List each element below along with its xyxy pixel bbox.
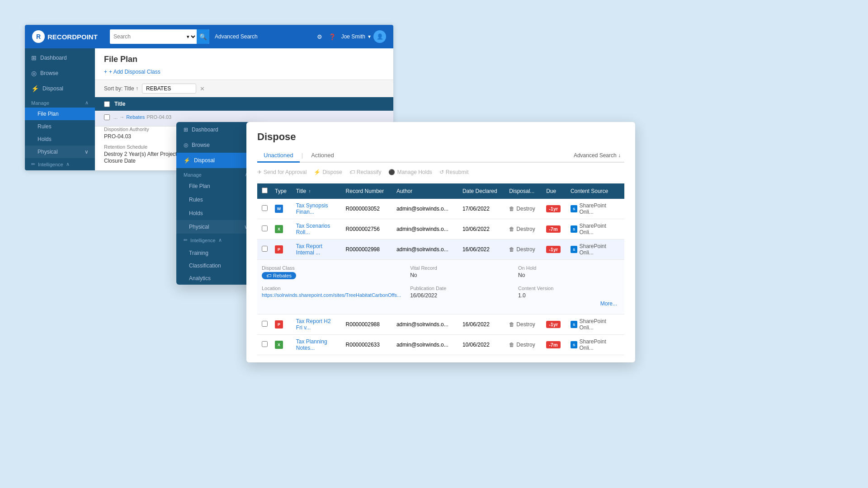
row-disposal-4: 🗑 Destroy xyxy=(509,321,539,328)
sidebar-item-physical[interactable]: Physical ∨ xyxy=(25,145,95,158)
row-date-2: 10/06/2022 xyxy=(459,219,505,239)
overlay-manage-label: Manage xyxy=(184,172,202,178)
sidebar-item-dashboard[interactable]: ⊞ Dashboard xyxy=(25,50,95,66)
help-icon[interactable]: ❓ xyxy=(329,33,336,40)
dispose-action-icon: ⚡ xyxy=(314,169,321,175)
row-title-2[interactable]: Tax Scenarios Roll... xyxy=(296,223,330,235)
add-disposal-class-button[interactable]: + + Add Disposal Class xyxy=(104,69,160,75)
row-title-3[interactable]: Tax Report Internal ... xyxy=(296,243,322,256)
exp-vital-record: Vital Record No xyxy=(410,265,509,279)
tab-actioned[interactable]: Actioned xyxy=(305,149,340,163)
file-icon-2: X xyxy=(275,225,283,233)
exp-pub-date-label: Publication Date xyxy=(410,286,509,291)
sidebar-item-rules[interactable]: Rules xyxy=(25,120,95,133)
row-checkbox-1[interactable] xyxy=(262,205,268,211)
user-menu[interactable]: Joe Smith▾ 👤 xyxy=(341,30,386,43)
sidebar-item-browse[interactable]: ◎ Browse xyxy=(25,66,95,81)
search-input[interactable] xyxy=(110,29,185,44)
row-due-4: -1yr xyxy=(546,321,561,328)
intelligence-chevron-icon: ∧ xyxy=(66,161,70,167)
col-type: Type xyxy=(271,183,292,199)
overlay-nav-holds[interactable]: Holds xyxy=(176,206,255,220)
exp-location-url[interactable]: https://solrwinds.sharepoint.com/sites/T… xyxy=(262,292,401,298)
overlay-nav-physical[interactable]: Physical ∨ xyxy=(176,220,255,234)
overlay-disposal-icon: ⚡ xyxy=(184,157,190,164)
row-checkbox-2[interactable] xyxy=(262,225,268,231)
row-checkbox-4[interactable] xyxy=(262,321,268,327)
reclassify-icon: 🏷 xyxy=(349,169,355,175)
select-all-checkbox[interactable] xyxy=(104,101,110,107)
row-title-5[interactable]: Tax Planning Notes... xyxy=(296,338,327,351)
row-record-2: R0000002756 xyxy=(342,219,393,239)
more-link[interactable]: More... xyxy=(262,299,617,309)
search-bar[interactable]: ▾ 🔍 xyxy=(110,29,209,44)
breadcrumb-rebates[interactable]: Rebates xyxy=(126,114,145,120)
sp-icon-4: S xyxy=(571,321,578,328)
dispose-button[interactable]: ⚡ Dispose xyxy=(314,169,342,175)
user-name: Joe Smith xyxy=(341,33,365,40)
reclassify-button[interactable]: 🏷 Reclassify xyxy=(349,169,382,175)
row-title-1[interactable]: Tax Synopsis Finan... xyxy=(296,202,328,215)
sidebar-manage-group[interactable]: Manage ∧ xyxy=(25,96,95,108)
disposition-authority-value: PRO-04.03 xyxy=(104,133,131,140)
resubmit-button[interactable]: ↺ Resubmit xyxy=(439,169,469,175)
table-row: X Tax Planning Notes... R0000002633 admi… xyxy=(257,335,624,355)
row-date-1: 17/06/2022 xyxy=(459,199,505,219)
advanced-search-nav[interactable]: Advanced Search xyxy=(215,33,258,40)
row-disposal-3: 🗑 Destroy xyxy=(509,246,539,253)
dashboard-icon: ⊞ xyxy=(31,54,37,61)
overlay-nav-dashboard[interactable]: ⊞ Dashboard xyxy=(176,122,255,137)
overlay-physical-label: Physical xyxy=(189,224,209,230)
overlay-left-nav: ⊞ Dashboard ◎ Browse ⚡ Disposal Manage ∧… xyxy=(176,122,255,285)
overlay-nav-browse[interactable]: ◎ Browse xyxy=(176,137,255,153)
sidebar-item-disposal[interactable]: ⚡ Disposal xyxy=(25,81,95,96)
table-row-expanded: P Tax Report Internal ... R0000002998 ad… xyxy=(257,239,624,260)
row-checkbox[interactable] xyxy=(104,114,110,120)
overlay-nav-disposal[interactable]: ⚡ Disposal xyxy=(176,153,255,168)
overlay-nav-classification[interactable]: Classification xyxy=(176,259,255,272)
search-dropdown[interactable]: ▾ xyxy=(185,33,197,40)
overlay-browse-icon: ◎ xyxy=(184,142,188,148)
send-approval-label: Send for Approval xyxy=(264,169,307,175)
row-title-4[interactable]: Tax Report H2 Fri v... xyxy=(296,318,331,331)
overlay-nav-rules[interactable]: Rules xyxy=(176,193,255,206)
row-record-4: R0000002988 xyxy=(342,314,393,335)
row-record-3: R0000002998 xyxy=(342,239,393,260)
advanced-search-label: Advanced Search ↓ xyxy=(574,152,621,159)
col-record-number: Record Number xyxy=(342,183,393,199)
col-title[interactable]: Title ↑ xyxy=(292,183,342,199)
overlay-nav-training[interactable]: Training xyxy=(176,247,255,259)
overlay-manage-group[interactable]: Manage ∧ xyxy=(176,168,255,179)
sidebar-item-file-plan[interactable]: File Plan xyxy=(25,108,95,120)
advanced-search-button[interactable]: Advanced Search ↓ xyxy=(570,149,624,162)
sidebar-item-holds[interactable]: Holds xyxy=(25,133,95,145)
file-icon-4: P xyxy=(275,320,283,328)
overlay-nav-analytics[interactable]: Analytics xyxy=(176,272,255,285)
sidebar-label-browse: Browse xyxy=(40,70,58,76)
sort-clear-button[interactable]: ✕ xyxy=(200,85,205,92)
dispose-action-label: Dispose xyxy=(322,169,342,175)
send-approval-button[interactable]: ✈ Send for Approval xyxy=(257,169,307,175)
sidebar-intelligence-group[interactable]: ✏ Intelligence ∧ xyxy=(25,158,95,170)
exp-on-hold-label: On Hold xyxy=(518,265,617,271)
settings-icon[interactable]: ⚙ xyxy=(317,33,322,40)
tab-unactioned[interactable]: Unactioned xyxy=(257,149,300,163)
sort-input[interactable] xyxy=(142,84,196,94)
breadcrumb-pro: PRO-04.03 xyxy=(146,114,171,120)
breadcrumb-arrow: → xyxy=(119,114,124,120)
search-button[interactable]: 🔍 xyxy=(197,29,209,44)
nav-icons: ⚙ ❓ xyxy=(317,33,336,40)
retention-value: Destroy 2 Year(s) After Project Closure … xyxy=(104,151,177,164)
table-select-all[interactable] xyxy=(262,188,268,193)
overlay-intelligence-group[interactable]: ✏ Intelligence ∧ xyxy=(176,234,255,247)
overlay-nav-file-plan[interactable]: File Plan xyxy=(176,179,255,193)
manage-holds-button[interactable]: ⚫ Manage Holds xyxy=(388,169,432,175)
intelligence-label: Intelligence xyxy=(38,162,63,167)
row-checkbox-3[interactable] xyxy=(262,246,268,252)
row-due-2: -7m xyxy=(546,225,561,233)
tag-label: Rebates xyxy=(273,273,292,278)
add-icon: + xyxy=(104,69,107,75)
row-checkbox-5[interactable] xyxy=(262,341,268,347)
row-source-4: S SharePoint Onli... xyxy=(571,318,621,331)
exp-pub-date-value: 16/06/2022 xyxy=(410,292,509,299)
